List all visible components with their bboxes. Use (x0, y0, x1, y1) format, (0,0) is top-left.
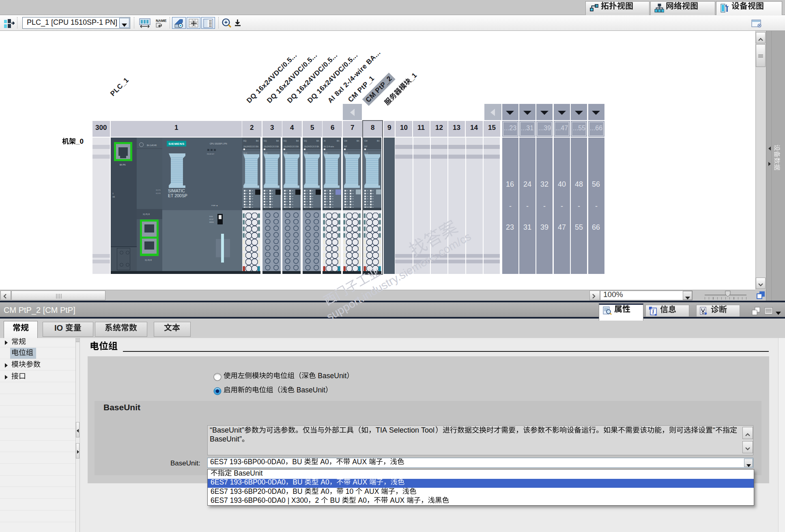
svg-text:14: 14 (470, 124, 478, 131)
svg-text:15: 15 (488, 124, 496, 131)
svg-text:-: - (509, 202, 512, 210)
svg-text:6: 6 (331, 124, 334, 131)
svg-text:2: 2 (315, 496, 321, 504)
svg-text:BaseUnit: BaseUnit (316, 372, 347, 380)
svg-text:BU: BU (292, 458, 304, 466)
svg-text:6ES7 193-6BP20-0DA0: 6ES7 193-6BP20-0DA0 (211, 487, 286, 495)
svg-text:9: 9 (387, 124, 391, 131)
svg-text:...23: ...23 (504, 125, 516, 131)
svg-text:48: 48 (575, 180, 583, 188)
svg-text:BA: BA (276, 140, 279, 142)
svg-text:16: 16 (506, 180, 514, 188)
svg-text:A0: A0 (318, 458, 329, 466)
svg-text:5: 5 (310, 124, 314, 131)
svg-text:BaseUnit”: BaseUnit” (210, 435, 242, 443)
svg-text:47: 47 (558, 223, 566, 231)
svg-text:BA: BA (256, 140, 259, 142)
svg-text:BaseUnit: BaseUnit (232, 469, 263, 477)
svg-text:A0: A0 (319, 487, 330, 495)
svg-text:TIA Selection Tool: TIA Selection Tool (376, 426, 434, 434)
svg-text:11: 11 (417, 124, 425, 131)
svg-text:32: 32 (540, 180, 548, 188)
svg-text:...55: ...55 (573, 125, 585, 131)
svg-text:4: 4 (290, 124, 294, 131)
svg-text:24: 24 (523, 180, 531, 188)
svg-text:DQ: DQ (243, 140, 247, 142)
svg-text:BU: BU (292, 487, 304, 495)
svg-text:6ES7 193-6BP60-0DA0 | X300: 6ES7 193-6BP60-0DA0 | X300 (211, 496, 308, 504)
svg-text:16x24VDC/0.5 BA: 16x24VDC/0.5 BA (243, 146, 259, 148)
svg-text:CM PtP_2 [CM PtP]: CM PtP_2 [CM PtP] (4, 306, 75, 315)
svg-text:23: 23 (506, 223, 514, 231)
svg-text:6ES7 193-6BP00-0DA0: 6ES7 193-6BP00-0DA0 (210, 458, 285, 466)
svg-text:13: 13 (453, 124, 460, 131)
svg-text:A0: A0 (356, 496, 367, 504)
svg-text:16x24VDC/0.5 BA: 16x24VDC/0.5 BA (284, 146, 299, 148)
svg-text:AUX: AUX (351, 478, 369, 486)
svg-text:300: 300 (95, 124, 107, 131)
svg-text:BU: BU (328, 496, 342, 504)
svg-text:...47: ...47 (555, 125, 568, 131)
svg-text:2: 2 (250, 124, 254, 131)
svg-text:40: 40 (558, 180, 566, 188)
svg-text:BA: BA (316, 140, 319, 142)
svg-text:...31: ...31 (521, 125, 533, 131)
svg-text:16x24VDC/0.5 BA: 16x24VDC/0.5 BA (264, 146, 279, 148)
svg-text:8xI 2-/4-wire: 8xI 2-/4-wire (324, 146, 334, 148)
svg-text:BA 2xRJ45: BA 2xRJ45 (147, 144, 157, 146)
svg-text:7: 7 (351, 124, 354, 131)
svg-text:NAME: NAME (156, 19, 167, 23)
svg-text:BU: BU (292, 478, 304, 486)
svg-text:10: 10 (400, 124, 408, 131)
svg-text:-: - (578, 202, 580, 210)
svg-text:10: 10 (344, 487, 355, 495)
svg-text:6ES7 193-6BP00-0DA0: 6ES7 193-6BP00-0DA0 (211, 478, 286, 486)
svg-text:IO: IO (54, 323, 65, 332)
svg-text:BaseUnit:: BaseUnit: (170, 459, 200, 467)
svg-text:BaseUnit: BaseUnit (103, 403, 140, 412)
svg-text:39: 39 (540, 223, 548, 231)
svg-text:DQ: DQ (304, 140, 307, 142)
svg-text:31: 31 (523, 223, 531, 231)
svg-text:BA: BA (337, 140, 340, 142)
svg-text:3: 3 (270, 124, 274, 131)
svg-text:BA PN: BA PN (120, 164, 126, 166)
svg-text:DQ: DQ (264, 140, 267, 142)
svg-text:12: 12 (435, 124, 443, 131)
svg-text:AUX: AUX (363, 487, 381, 495)
svg-text:X1 P1 R: X1 P1 R (143, 213, 150, 215)
svg-text:AUX: AUX (388, 496, 406, 504)
svg-text:CM: CM (344, 140, 347, 142)
svg-text:56: 56 (592, 180, 600, 188)
svg-text:MRES: MRES (209, 222, 214, 223)
svg-text:DQ: DQ (284, 140, 287, 142)
svg-text:55: 55 (575, 223, 583, 231)
svg-text:BaseUnit: BaseUnit (295, 386, 325, 394)
svg-text:“: “ (713, 426, 715, 434)
svg-text:A0: A0 (319, 478, 330, 486)
svg-text:100%: 100% (603, 290, 623, 299)
svg-text:...39: ...39 (538, 125, 551, 131)
svg-text:66: 66 (592, 223, 600, 231)
svg-text:AI: AI (324, 140, 326, 142)
svg-text:-: - (595, 202, 598, 210)
svg-text:-: - (561, 202, 563, 210)
svg-text:_0: _0 (75, 138, 84, 145)
svg-text:RN ER MT: RN ER MT (207, 153, 215, 155)
svg-text:PtP: PtP (344, 146, 347, 148)
svg-text:...66: ...66 (590, 125, 602, 131)
svg-text:AB: AB (112, 196, 115, 198)
svg-text:-: - (543, 202, 546, 210)
svg-text:X1 P2: X1 P2 (156, 192, 161, 194)
svg-text:1: 1 (174, 124, 178, 131)
svg-text:“BaseUnit”: “BaseUnit” (210, 426, 244, 434)
svg-text:BA: BA (357, 140, 359, 142)
svg-text:16x24VDC/0.5 BA: 16x24VDC/0.5 BA (304, 146, 319, 148)
svg-text:BA: BA (296, 140, 299, 142)
svg-text:PWR ■: PWR ■ (211, 205, 218, 207)
svg-text:-: - (526, 202, 529, 210)
svg-text:i: i (652, 309, 654, 315)
svg-text:AUX: AUX (350, 458, 369, 466)
svg-text:X1 P2 R: X1 P2 R (145, 259, 152, 261)
svg-text:PLC_1 [CPU 1510SP-1 PN]: PLC_1 [CPU 1510SP-1 PN] (27, 18, 117, 27)
